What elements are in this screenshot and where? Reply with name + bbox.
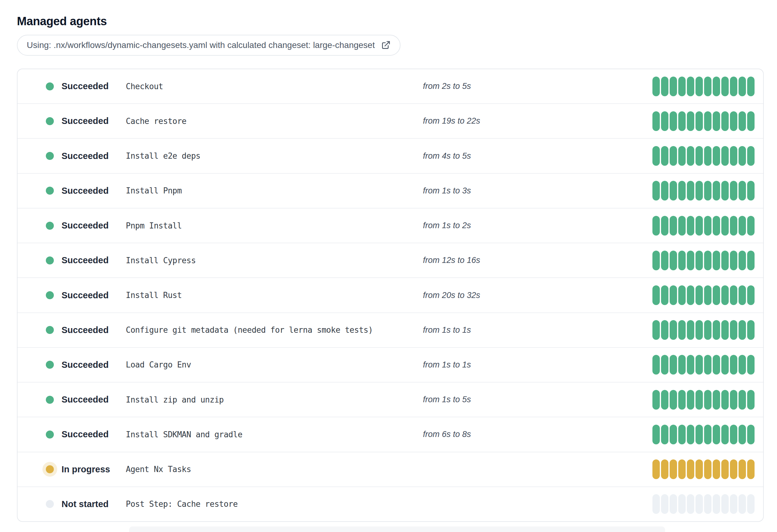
agent-bar[interactable] xyxy=(695,181,703,201)
agent-bar[interactable] xyxy=(661,77,668,96)
agent-bar[interactable] xyxy=(652,459,660,479)
agent-bar[interactable] xyxy=(730,320,737,340)
agent-bar[interactable] xyxy=(661,355,668,375)
agent-bar[interactable] xyxy=(687,77,694,96)
agent-bar[interactable] xyxy=(713,216,720,236)
agent-bar[interactable] xyxy=(661,320,668,340)
agent-bar[interactable] xyxy=(687,355,694,375)
agent-bar[interactable] xyxy=(652,494,660,514)
agent-bar[interactable] xyxy=(687,111,694,131)
agent-bar[interactable] xyxy=(678,111,686,131)
agent-bar[interactable] xyxy=(747,425,755,444)
agent-bar[interactable] xyxy=(721,459,729,479)
agent-bar[interactable] xyxy=(739,425,746,444)
agent-bar[interactable] xyxy=(661,216,668,236)
step-row[interactable]: Succeeded Install SDKMAN and gradle from… xyxy=(17,417,763,451)
agent-bar[interactable] xyxy=(713,77,720,96)
agent-bar[interactable] xyxy=(670,216,677,236)
agent-bar[interactable] xyxy=(661,425,668,444)
agent-bar[interactable] xyxy=(721,77,729,96)
agent-bar[interactable] xyxy=(721,251,729,270)
agent-bar[interactable] xyxy=(652,251,660,270)
agent-bar[interactable] xyxy=(661,181,668,201)
agent-bar[interactable] xyxy=(670,251,677,270)
agent-bar[interactable] xyxy=(661,111,668,131)
agent-bar[interactable] xyxy=(704,111,711,131)
agent-bar[interactable] xyxy=(721,425,729,444)
agent-bar[interactable] xyxy=(730,111,737,131)
agent-bar[interactable] xyxy=(687,459,694,479)
agent-bar[interactable] xyxy=(687,390,694,410)
agent-bar[interactable] xyxy=(713,390,720,410)
agent-bar[interactable] xyxy=(730,390,737,410)
agent-bar[interactable] xyxy=(652,390,660,410)
agent-bar[interactable] xyxy=(739,494,746,514)
agent-bar[interactable] xyxy=(747,251,755,270)
agent-bar[interactable] xyxy=(678,390,686,410)
agent-bar[interactable] xyxy=(704,355,711,375)
agent-bar[interactable] xyxy=(695,425,703,444)
agent-bar[interactable] xyxy=(670,459,677,479)
agent-bar[interactable] xyxy=(678,216,686,236)
agent-bar[interactable] xyxy=(739,77,746,96)
agent-bar[interactable] xyxy=(730,146,737,166)
agent-bar[interactable] xyxy=(721,216,729,236)
agent-bar[interactable] xyxy=(713,320,720,340)
step-row[interactable]: Succeeded Install Cypress from 12s to 16… xyxy=(17,243,763,277)
agent-bar[interactable] xyxy=(713,146,720,166)
agent-bar[interactable] xyxy=(721,390,729,410)
agent-bar[interactable] xyxy=(678,181,686,201)
agent-bar[interactable] xyxy=(730,251,737,270)
agent-bar[interactable] xyxy=(652,146,660,166)
agent-bar[interactable] xyxy=(704,390,711,410)
step-row[interactable]: Succeeded Install Rust from 20s to 32s xyxy=(17,277,763,312)
agent-bar[interactable] xyxy=(747,320,755,340)
step-row[interactable]: Succeeded Checkout from 2s to 5s xyxy=(17,69,763,103)
agent-bar[interactable] xyxy=(678,494,686,514)
agent-bar[interactable] xyxy=(721,355,729,375)
agent-bar[interactable] xyxy=(695,251,703,270)
agent-bar[interactable] xyxy=(747,146,755,166)
agent-bar[interactable] xyxy=(687,251,694,270)
agent-bar[interactable] xyxy=(678,77,686,96)
agent-bar[interactable] xyxy=(652,77,660,96)
agent-bar[interactable] xyxy=(721,494,729,514)
agent-bar[interactable] xyxy=(747,355,755,375)
agent-bar[interactable] xyxy=(652,355,660,375)
agent-bar[interactable] xyxy=(695,146,703,166)
agent-bar[interactable] xyxy=(687,146,694,166)
agent-bar[interactable] xyxy=(670,355,677,375)
agent-bar[interactable] xyxy=(721,111,729,131)
agent-bar[interactable] xyxy=(704,216,711,236)
agent-bar[interactable] xyxy=(695,494,703,514)
agent-bar[interactable] xyxy=(713,459,720,479)
agent-bar[interactable] xyxy=(652,216,660,236)
agent-bar[interactable] xyxy=(652,111,660,131)
agent-bar[interactable] xyxy=(687,181,694,201)
agent-bar[interactable] xyxy=(747,390,755,410)
agent-bar[interactable] xyxy=(730,285,737,305)
step-row[interactable]: Succeeded Cache restore from 19s to 22s xyxy=(17,103,763,138)
agent-bar[interactable] xyxy=(652,285,660,305)
agent-bar[interactable] xyxy=(747,181,755,201)
agent-bar[interactable] xyxy=(670,285,677,305)
agent-bar[interactable] xyxy=(747,285,755,305)
agent-bar[interactable] xyxy=(678,320,686,340)
agent-bar[interactable] xyxy=(730,216,737,236)
step-row[interactable]: Succeeded Install zip and unzip from 1s … xyxy=(17,382,763,417)
agent-bar[interactable] xyxy=(695,355,703,375)
agent-bar[interactable] xyxy=(713,355,720,375)
agent-bar[interactable] xyxy=(704,459,711,479)
step-row[interactable]: In progress Agent Nx Tasks xyxy=(17,452,763,487)
agent-bar[interactable] xyxy=(670,390,677,410)
agent-bar[interactable] xyxy=(747,459,755,479)
agent-bar[interactable] xyxy=(730,181,737,201)
agent-bar[interactable] xyxy=(678,285,686,305)
agent-bar[interactable] xyxy=(721,181,729,201)
agent-bar[interactable] xyxy=(670,494,677,514)
agent-bar[interactable] xyxy=(721,320,729,340)
agent-bar[interactable] xyxy=(678,355,686,375)
agent-bar[interactable] xyxy=(670,181,677,201)
agent-bar[interactable] xyxy=(704,251,711,270)
agent-bar[interactable] xyxy=(695,320,703,340)
